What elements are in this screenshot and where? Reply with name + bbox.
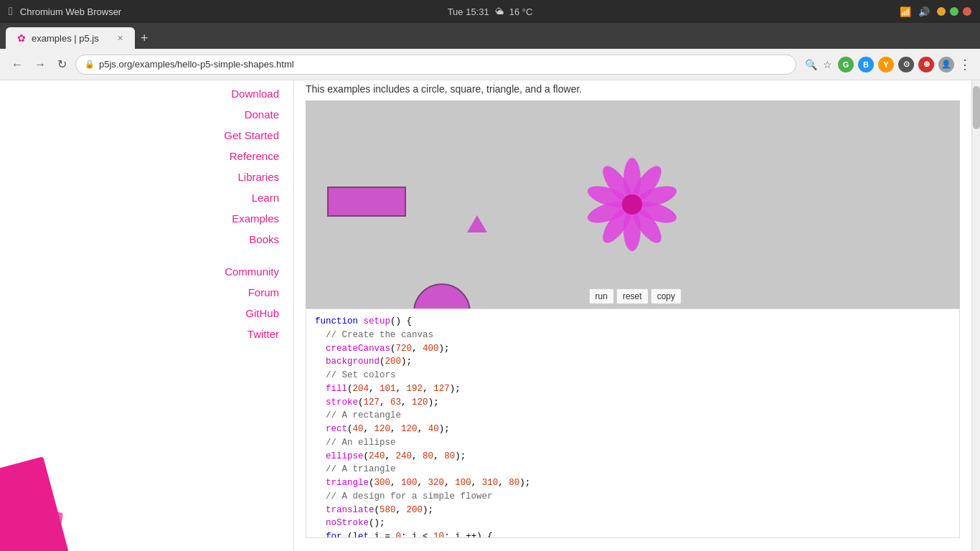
sidebar-nav: Download Donate Get Started Reference Li…: [0, 80, 293, 344]
shape-flower: [585, 129, 679, 258]
tab-title: examples | p5.js: [32, 33, 99, 44]
weather-icon: 🌥: [495, 6, 504, 17]
audio-icon: 🔊: [918, 6, 930, 17]
run-btn[interactable]: run: [589, 288, 614, 304]
url-text: p5js.org/examples/hello-p5-simple-shapes…: [99, 59, 294, 70]
sidebar-item-examples[interactable]: Examples: [0, 208, 279, 229]
reset-btn[interactable]: reset: [616, 288, 649, 304]
ext-dark-icon[interactable]: ⊙: [898, 57, 914, 72]
browser-app-name: Chromium Web Browser: [20, 6, 121, 17]
sidebar-item-donate[interactable]: Donate: [0, 104, 279, 125]
forward-btn[interactable]: →: [32, 55, 49, 74]
sidebar-item-reference[interactable]: Reference: [0, 146, 279, 166]
search-icon[interactable]: 🔍: [805, 59, 817, 70]
tab-bar: ✿ examples | p5.js ✕ +: [0, 23, 980, 49]
active-tab[interactable]: ✿ examples | p5.js ✕: [6, 27, 135, 49]
address-bar: ← → ↻ 🔒 p5js.org/examples/hello-p5-simpl…: [0, 49, 980, 80]
sidebar-item-twitter[interactable]: Twitter: [0, 324, 279, 344]
canvas-container: run reset copy: [306, 100, 960, 309]
maximize-btn[interactable]: [950, 7, 958, 16]
window-controls: [937, 7, 971, 16]
canvas-preview: run reset copy: [306, 100, 686, 309]
temperature: 16 °C: [509, 6, 533, 17]
close-btn[interactable]: [963, 7, 971, 16]
minimize-btn[interactable]: [937, 7, 946, 16]
shape-triangle: [467, 215, 487, 232]
back-btn[interactable]: ←: [9, 55, 26, 74]
address-right-icons: 🔍 ☆ G B Y ⊙ ⊕ 👤 ⋮: [805, 57, 971, 72]
lock-icon: 🔒: [85, 60, 95, 69]
bookmark-icon[interactable]: ☆: [823, 59, 832, 70]
tab-close-btn[interactable]: ✕: [117, 34, 123, 43]
ext-red-icon[interactable]: ⊕: [918, 57, 934, 72]
scrollbar-track: [971, 80, 980, 551]
datetime: Tue 15:31: [448, 6, 489, 17]
apple-logo: : [9, 5, 13, 18]
ext-google-icon[interactable]: G: [838, 57, 854, 72]
titlebar-center: Tue 15:31 🌥 16 °C: [448, 6, 533, 17]
sidebar-item-books[interactable]: Books: [0, 229, 279, 250]
page-description: This examples includes a circle, square,…: [294, 80, 971, 100]
user-avatar[interactable]: 👤: [938, 57, 954, 72]
shape-rectangle: [327, 187, 406, 217]
extension-icons: G B Y ⊙ ⊕ 👤 ⋮: [838, 57, 971, 72]
sidebar-item-forum[interactable]: Forum: [0, 282, 279, 303]
corner-decoration: [0, 436, 72, 551]
code-editor[interactable]: function setup() { // Create the canvas …: [306, 309, 960, 538]
url-box[interactable]: 🔒 p5js.org/examples/hello-p5-simple-shap…: [75, 55, 796, 75]
sidebar-item-libraries[interactable]: Libraries: [0, 166, 279, 187]
ext-orange-icon[interactable]: Y: [878, 57, 894, 72]
sidebar-item-download[interactable]: Download: [0, 83, 279, 104]
sidebar-item-get-started[interactable]: Get Started: [0, 125, 279, 146]
scrollbar-thumb[interactable]: [973, 86, 980, 129]
content-area: This examples includes a circle, square,…: [294, 80, 971, 551]
browser-titlebar:  Chromium Web Browser Tue 15:31 🌥 16 °C…: [0, 0, 980, 23]
ext-blue-icon[interactable]: B: [858, 57, 874, 72]
svg-point-10: [622, 194, 642, 215]
canvas-buttons: run reset copy: [589, 288, 682, 304]
tab-favicon: ✿: [17, 32, 26, 44]
main-layout: Download Donate Get Started Reference Li…: [0, 80, 980, 551]
refresh-btn[interactable]: ↻: [55, 55, 70, 74]
titlebar-right-icons: 📶 🔊: [900, 6, 971, 17]
sidebar-item-learn[interactable]: Learn: [0, 187, 279, 208]
sidebar-item-github[interactable]: GitHub: [0, 303, 279, 324]
shape-circle: [413, 283, 471, 309]
copy-btn[interactable]: copy: [651, 288, 682, 304]
sidebar-item-community[interactable]: Community: [0, 261, 279, 282]
menu-icon[interactable]: ⋮: [958, 57, 971, 72]
content-wrapper: This examples includes a circle, square,…: [294, 80, 980, 551]
sidebar: Download Donate Get Started Reference Li…: [0, 80, 294, 551]
wifi-icon: 📶: [900, 6, 911, 17]
new-tab-btn[interactable]: +: [135, 28, 154, 49]
